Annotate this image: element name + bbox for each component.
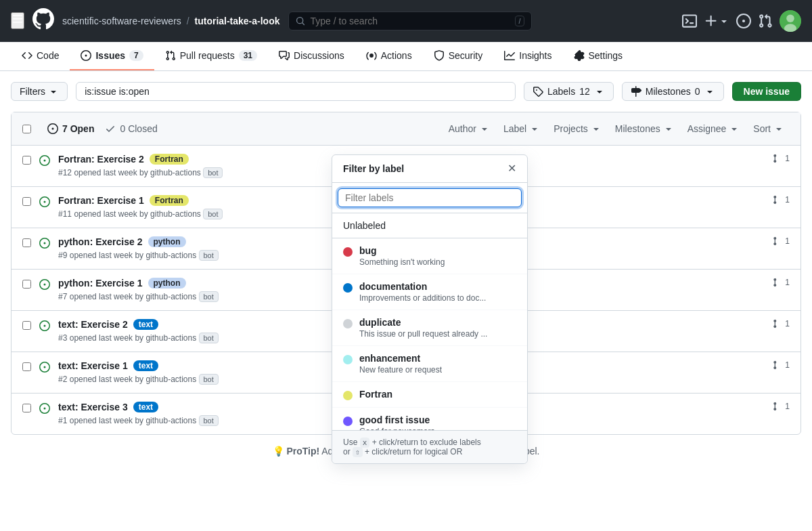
protip-icon: 💡 (273, 446, 284, 456)
pr-count: 1 (785, 360, 790, 370)
issues-header-right: Author Label Projects Milestones Assigne… (443, 121, 790, 137)
label-item[interactable]: bug Something isn't working (332, 238, 527, 274)
label-name: enhancement (359, 353, 442, 364)
assignee-filter[interactable]: Assignee (682, 121, 746, 137)
repo-name[interactable]: tutorial-take-a-look (195, 16, 280, 26)
label-item[interactable]: documentation Improvements or additions … (332, 274, 527, 310)
issue-label-tag[interactable]: text (133, 319, 158, 330)
issue-label-tag[interactable]: text (133, 360, 158, 371)
nav-pr-label: Pull requests (180, 50, 235, 61)
nav-discussions[interactable]: Discussions (268, 42, 355, 70)
pr-icon-btn[interactable] (758, 14, 773, 28)
label-desc: This issue or pull request already ... (359, 329, 487, 339)
avatar[interactable] (780, 10, 801, 32)
issue-pr-count: 1 (773, 236, 790, 246)
select-all-checkbox[interactable] (22, 125, 31, 133)
issue-title-link[interactable]: python: Exercise 2 (58, 236, 143, 247)
bot-badge: bot (199, 415, 219, 426)
issue-checkbox[interactable] (22, 197, 31, 206)
milestones-filter[interactable]: Milestones (610, 121, 679, 137)
milestones-count: 0 (695, 86, 700, 97)
label-filter[interactable]: Label (498, 121, 545, 137)
open-count[interactable]: 7 Open (47, 123, 94, 134)
issue-checkbox[interactable] (22, 404, 31, 412)
issue-open-icon (39, 238, 50, 251)
issue-title-link[interactable]: text: Exercise 2 (58, 319, 128, 330)
issues-icon-btn[interactable] (736, 14, 751, 28)
issue-label-tag[interactable]: Fortran (150, 154, 189, 165)
issue-checkbox[interactable] (22, 238, 31, 247)
plus-button[interactable] (704, 14, 729, 28)
sub-nav: Code Issues 7 Pull requests 31 Discussio… (0, 42, 812, 71)
hamburger-button[interactable] (11, 12, 24, 29)
label-name: documentation (359, 281, 486, 292)
command-palette-button[interactable] (682, 14, 697, 28)
issue-number: #12 (58, 168, 72, 177)
author-filter[interactable]: Author (443, 121, 495, 137)
label-item[interactable]: Fortran (332, 382, 527, 408)
nav-insights[interactable]: Insights (493, 42, 562, 70)
org-link[interactable]: scientific-software-reviewers (62, 16, 181, 26)
label-item-info: enhancement New feature or request (359, 353, 442, 375)
nav-settings[interactable]: Settings (563, 42, 634, 70)
issue-label-tag[interactable]: text (133, 402, 158, 412)
issue-label-tag[interactable]: python (148, 236, 186, 247)
issue-checkbox[interactable] (22, 156, 31, 165)
nav-code[interactable]: Code (11, 42, 70, 70)
filter-input[interactable] (76, 82, 516, 101)
issue-label-tag[interactable]: Fortran (150, 195, 189, 206)
label-color-dot (343, 391, 353, 400)
issue-pr-count: 1 (773, 360, 790, 370)
projects-filter[interactable]: Projects (548, 121, 607, 137)
issue-meta-text: opened last week by github-actions (70, 251, 199, 260)
issue-title-link[interactable]: text: Exercise 1 (58, 360, 128, 371)
milestones-label: Milestones (646, 86, 691, 97)
label-item[interactable]: good first issue Good for newcomers (332, 408, 527, 430)
issue-label-tag[interactable]: python (148, 278, 186, 289)
label-item-info: good first issue Good for newcomers (359, 415, 434, 430)
label-item-info: Fortran (359, 389, 392, 400)
issue-title-link[interactable]: Fortran: Exercise 2 (58, 154, 144, 165)
labels-button[interactable]: Labels 12 (524, 82, 614, 101)
protip-bold: ProTip! (286, 446, 319, 456)
dropdown-title: Filter by label (343, 163, 404, 174)
global-search[interactable]: / (288, 12, 532, 30)
label-name: duplicate (359, 317, 487, 328)
issue-open-icon (39, 196, 50, 210)
nav-actions[interactable]: Actions (355, 42, 423, 70)
pr-count-badge: 31 (239, 50, 257, 61)
issue-checkbox[interactable] (22, 321, 31, 330)
sort-filter[interactable]: Sort (748, 121, 790, 137)
dropdown-list: Unlabeled bug Something isn't working do… (332, 213, 527, 430)
issue-pr-count: 1 (773, 154, 790, 163)
issue-title-link[interactable]: text: Exercise 3 (58, 402, 128, 412)
new-issue-button[interactable]: New issue (732, 82, 801, 101)
nav-security[interactable]: Security (423, 42, 494, 70)
search-input[interactable] (310, 16, 510, 26)
filters-button[interactable]: Filters (11, 82, 68, 101)
pr-count: 1 (785, 402, 790, 411)
unlabeled-item[interactable]: Unlabeled (332, 213, 527, 238)
issue-pr-count: 1 (773, 402, 790, 411)
label-search-input[interactable] (338, 188, 522, 207)
milestones-button[interactable]: Milestones 0 (622, 82, 724, 101)
github-logo[interactable] (32, 8, 54, 34)
issue-title-link[interactable]: Fortran: Exercise 1 (58, 195, 144, 206)
label-item[interactable]: enhancement New feature or request (332, 346, 527, 382)
issue-open-icon (39, 155, 50, 169)
closed-count-label: 0 Closed (120, 123, 157, 134)
issue-checkbox[interactable] (22, 362, 31, 371)
bot-badge: bot (199, 374, 219, 385)
dropdown-close-button[interactable]: ✕ (508, 163, 516, 174)
label-dropdown: Filter by label ✕ Unlabeled bug Somethin… (332, 154, 528, 464)
issue-checkbox[interactable] (22, 280, 31, 289)
label-item[interactable]: duplicate This issue or pull request alr… (332, 310, 527, 346)
issue-pr-count: 1 (773, 319, 790, 328)
nav-pullrequests[interactable]: Pull requests 31 (154, 42, 268, 70)
bot-badge: bot (203, 167, 223, 178)
closed-count[interactable]: 0 Closed (105, 123, 157, 134)
issue-meta-text: opened last week by github-actions (74, 168, 203, 177)
dropdown-search (332, 183, 527, 213)
issue-title-link[interactable]: python: Exercise 1 (58, 278, 143, 289)
nav-issues[interactable]: Issues 7 (70, 42, 154, 70)
